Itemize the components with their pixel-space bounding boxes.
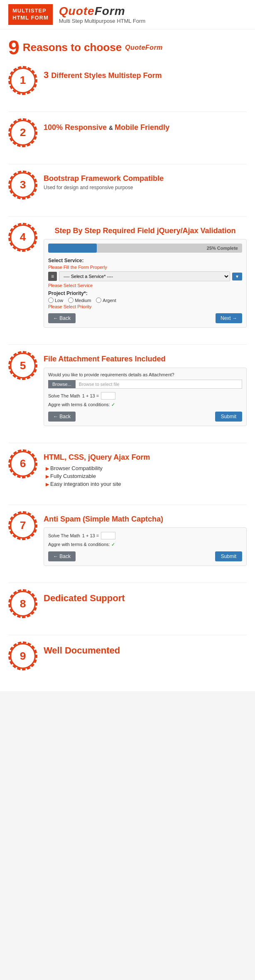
- math-label-4: Solve The Math: [48, 533, 80, 538]
- reason-content-3: Bootstrap Framework Compatible Used for …: [44, 171, 247, 190]
- radio-argent-input[interactable]: [96, 297, 101, 303]
- reason-content-2: 100% Responsive & Mobile Friendly: [44, 118, 247, 132]
- title-quote: Quote: [59, 5, 95, 17]
- file-display: Browse to select file: [76, 380, 242, 389]
- header-title-block: QuoteForm Multi Step Multipurpose HTML F…: [59, 5, 145, 24]
- radio-medium-input[interactable]: [68, 297, 74, 303]
- reason-badge-3: 3: [8, 171, 37, 200]
- reason-content-6: HTML, CSS, jQuery Ajax Form Browser Comp…: [44, 449, 247, 488]
- browse-button[interactable]: Browse...: [48, 380, 76, 388]
- logo-line1: MULTISTEP: [12, 7, 49, 15]
- form-demo-3: Would you like to provide requirements d…: [44, 368, 247, 426]
- reasons-number: 9: [8, 38, 20, 58]
- select-service-label: Select Service:: [48, 258, 242, 263]
- reason-num-label-1: 3: [44, 70, 51, 80]
- badge-number-1: 1: [20, 74, 26, 87]
- terms-check-4: ✓: [111, 542, 115, 547]
- reasons-brand: QuoteForm: [125, 44, 163, 51]
- badge-number-5: 5: [20, 359, 26, 372]
- select-icon: ≡: [48, 272, 57, 281]
- reason-title-8: Dedicated Support: [44, 592, 247, 605]
- badge-circle-8: 8: [8, 589, 37, 618]
- reasons-section: 9 Reasons to choose QuoteForm 1 3 Differ…: [0, 29, 255, 692]
- reason-item-5: 5 File Attachment Features Included Woul…: [8, 351, 247, 432]
- back-button-2[interactable]: ← Back: [48, 313, 76, 323]
- terms-row-4: Aggre with terms & conditions: ✓: [48, 542, 242, 547]
- radio-argent[interactable]: Argent: [96, 297, 116, 303]
- reason-item-1: 1 3 Different Styles Multistep Form: [8, 66, 247, 101]
- reason-badge-4: 4: [8, 223, 37, 252]
- service-select[interactable]: ---- Select a Service* ----: [59, 271, 230, 281]
- math-input-3[interactable]: [101, 392, 115, 400]
- reason-badge-9: 9: [8, 641, 37, 670]
- math-label-3: Solve The Math: [48, 393, 80, 398]
- header-subtitle: Multi Step Multipurpose HTML Form: [59, 18, 145, 24]
- reason-badge-6: 6: [8, 449, 37, 478]
- error-priority: Please Select Priority: [48, 304, 242, 309]
- reason-item-3: 3 Bootstrap Framework Compatible Used fo…: [8, 171, 247, 206]
- reason-content-9: Well Documented: [44, 641, 247, 657]
- reason-content-7: Anti Spam (Simple Math Captcha) Solve Th…: [44, 511, 247, 566]
- radio-medium[interactable]: Medium: [68, 297, 91, 303]
- reason-item-9: 9 Well Documented: [8, 641, 247, 677]
- radio-low-input[interactable]: [48, 297, 54, 303]
- form-buttons-3: ← Back Submit: [48, 412, 242, 422]
- form-radio-group: Low Medium Argent: [48, 297, 242, 303]
- list-item-6-2: Fully Customizable: [46, 472, 247, 480]
- reason-title-2: 100% Responsive & Mobile Friendly: [44, 122, 247, 132]
- title-form: Form: [95, 5, 125, 17]
- reason-text-1: Different Styles Multistep Form: [51, 71, 162, 80]
- reason-item-2: 2 100% Responsive & Mobile Friendly: [8, 118, 247, 154]
- terms-row-3: Aggre with terms & conditions: ✓: [48, 402, 242, 407]
- math-input-4[interactable]: [101, 532, 115, 539]
- badge-circle-6: 6: [8, 449, 37, 478]
- badge-circle-4: 4: [8, 223, 37, 252]
- reason-item-7: 7 Anti Spam (Simple Math Captcha) Solve …: [8, 511, 247, 572]
- progress-bar-container: 25% Complete: [48, 244, 242, 253]
- reason-badge-2: 2: [8, 118, 37, 147]
- back-button-4[interactable]: ← Back: [48, 551, 76, 561]
- file-input-row: Browse... Browse to select file: [48, 380, 242, 389]
- badge-number-8: 8: [20, 597, 26, 610]
- form-demo-2: 25% Complete Select Service: Please Fill…: [44, 239, 247, 328]
- reason-content-8: Dedicated Support: [44, 589, 247, 605]
- badge-number-4: 4: [20, 231, 26, 244]
- badge-number-7: 7: [20, 519, 26, 532]
- math-row-4: Solve The Math 1 + 13 =: [48, 532, 242, 539]
- reason-title-5: File Attachment Features Included: [44, 354, 247, 364]
- back-button-3[interactable]: ← Back: [48, 412, 76, 422]
- reason-content-5: File Attachment Features Included Would …: [44, 351, 247, 426]
- form-buttons-2: ← Back Next →: [48, 313, 242, 323]
- attachment-question: Would you like to provide requirements d…: [48, 372, 242, 377]
- error-fill: Please Fill the Form Properly: [48, 265, 242, 270]
- submit-button-3[interactable]: Submit: [215, 412, 242, 422]
- badge-circle-2: 2: [8, 118, 37, 147]
- reason-item-8: 8 Dedicated Support: [8, 589, 247, 624]
- reason-subtitle-3: Used for design and responsive purpose: [44, 185, 247, 190]
- progress-label: 25% Complete: [207, 246, 238, 251]
- badge-circle-1: 1: [8, 66, 37, 95]
- terms-label-4: Aggre with terms & conditions:: [48, 542, 110, 547]
- header: MULTISTEP HTML FORM QuoteForm Multi Step…: [0, 0, 255, 29]
- badge-circle-7: 7: [8, 511, 37, 540]
- badge-circle-9: 9: [8, 641, 37, 670]
- reason-content-4: Step By Step Required Field jQuery/Ajax …: [44, 223, 247, 328]
- submit-button-4[interactable]: Submit: [215, 551, 242, 561]
- radio-low[interactable]: Low: [48, 297, 63, 303]
- reasons-heading: 9 Reasons to choose QuoteForm: [8, 38, 247, 58]
- progress-bar-fill: [48, 244, 97, 253]
- reason-title-9: Well Documented: [44, 645, 247, 657]
- error-service: Please Select Service: [48, 283, 242, 288]
- math-eq-4: 1 + 13 =: [82, 533, 99, 538]
- reason-content-1: 3 Different Styles Multistep Form: [44, 66, 247, 81]
- reason-title-1: 3 Different Styles Multistep Form: [44, 69, 247, 81]
- list-item-6-1: Browser Compatibility: [46, 464, 247, 472]
- reason-title-7: Anti Spam (Simple Math Captcha): [44, 514, 247, 524]
- next-button-2[interactable]: Next →: [216, 313, 242, 323]
- badge-circle-3: 3: [8, 171, 37, 200]
- reason-item-4: 4 Step By Step Required Field jQuery/Aja…: [8, 223, 247, 334]
- reason-badge-8: 8: [8, 589, 37, 618]
- form-demo-4: Solve The Math 1 + 13 = Aggre with terms…: [44, 527, 247, 566]
- badge-number-6: 6: [20, 457, 26, 470]
- reason-badge-7: 7: [8, 511, 37, 540]
